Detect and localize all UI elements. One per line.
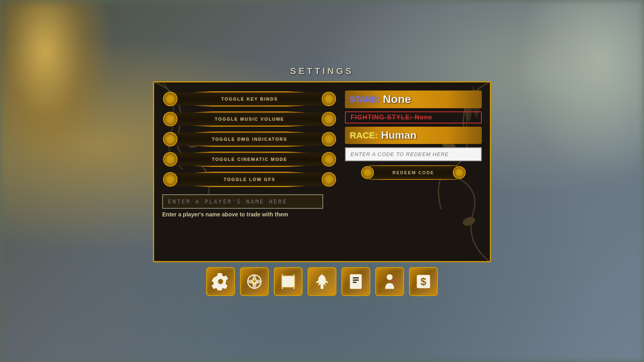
bottom-icon-bar: ✦: [206, 267, 438, 296]
toggle-music-volume-button[interactable]: TOGGLE MUSIC VOLUME: [162, 111, 337, 128]
svg-point-4: [248, 275, 261, 288]
player-name-input[interactable]: [162, 194, 323, 209]
redeem-code-button[interactable]: REDEEM CODE: [361, 165, 466, 181]
gear-icon: [212, 273, 229, 290]
quest-icon: [347, 273, 365, 290]
svg-text:✦: ✦: [251, 276, 258, 286]
race-stat: RACE: Human: [345, 127, 482, 144]
right-column: STAND: None FIGHTING-STYLE: None RACE: H…: [345, 90, 482, 188]
svg-rect-8: [282, 276, 295, 287]
left-column: TOGGLE KEY BINDS TOGGLE MUSIC VOLUME TOG…: [162, 90, 337, 188]
map-icon-button[interactable]: [274, 267, 303, 296]
settings-panel: TOGGLE KEY BINDS TOGGLE MUSIC VOLUME TOG…: [153, 81, 491, 262]
toggle-dmg-indicators-button[interactable]: TOGGLE DMG INDICATORS: [162, 131, 337, 148]
character-icon-button[interactable]: [375, 267, 404, 296]
toggle-low-gfx-button[interactable]: TOGGLE LOW GFX: [162, 171, 337, 188]
toggle-key-binds-button[interactable]: TOGGLE KEY BINDS: [162, 90, 337, 107]
svg-point-5: [252, 279, 258, 285]
bg-right-effect: [503, 0, 644, 201]
settings-icon-button[interactable]: [206, 267, 235, 296]
toggle-cinematic-mode-button[interactable]: TOGGLE CINEMATIC MODE: [162, 151, 337, 168]
skill-tree-icon-button[interactable]: [308, 267, 336, 296]
stand-stat: STAND: None: [345, 90, 482, 108]
fighting-style-stat: FIGHTING-STYLE: None: [345, 111, 482, 123]
svg-rect-13: [417, 275, 430, 288]
page-title: SETTINGS: [290, 66, 354, 78]
main-container: SETTINGS: [153, 66, 491, 296]
settings-content: TOGGLE KEY BINDS TOGGLE MUSIC VOLUME TOG…: [162, 90, 482, 188]
trade-section: Enter a player's name above to trade wit…: [162, 194, 482, 218]
bg-lamp-effect: [0, 0, 113, 169]
shop-icon: $: [415, 273, 432, 290]
quest-icon-button[interactable]: [341, 267, 370, 296]
inventory-icon-button[interactable]: ✦: [240, 267, 269, 296]
shop-icon-button[interactable]: $: [409, 267, 438, 296]
character-icon: [381, 273, 398, 290]
tree-icon: [313, 273, 331, 290]
map-icon: [279, 273, 297, 290]
svg-point-12: [387, 274, 393, 280]
svg-text:$: $: [421, 276, 426, 287]
inventory-icon: ✦: [246, 273, 263, 290]
redeem-code-input[interactable]: [345, 147, 482, 161]
svg-rect-7: [282, 276, 295, 287]
